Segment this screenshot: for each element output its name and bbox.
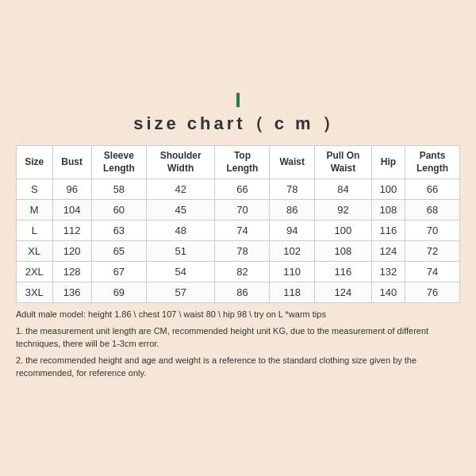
table-cell: 86: [215, 282, 270, 303]
table-cell: 120: [52, 241, 91, 262]
accent-line: [236, 93, 240, 107]
note-2: 2. the recommended height and age and we…: [16, 354, 460, 380]
table-cell: 100: [314, 221, 371, 241]
table-cell: 67: [91, 262, 146, 282]
table-cell: 116: [314, 262, 371, 282]
table-cell: 54: [146, 262, 215, 282]
col-waist: Waist: [270, 146, 315, 179]
table-cell: 108: [371, 200, 405, 221]
table-cell: 140: [371, 282, 405, 303]
table-cell: 124: [371, 241, 405, 262]
table-cell: 124: [314, 282, 371, 303]
table-cell: 136: [52, 282, 91, 303]
table-cell: 70: [215, 200, 270, 221]
table-cell: 84: [314, 179, 371, 200]
table-cell: 100: [371, 179, 405, 200]
table-cell: 102: [270, 241, 315, 262]
table-cell: XL: [17, 241, 53, 262]
table-row: 2XL12867548211011613274: [17, 262, 460, 282]
table-cell: 104: [52, 200, 91, 221]
table-cell: 48: [146, 221, 215, 241]
table-cell: 2XL: [17, 262, 53, 282]
col-top: TopLength: [215, 146, 270, 179]
table-cell: 76: [405, 282, 459, 303]
col-shoulder: ShoulderWidth: [146, 146, 215, 179]
table-cell: 78: [270, 179, 315, 200]
table-cell: 60: [91, 200, 146, 221]
table-cell: 51: [146, 241, 215, 262]
table-cell: 45: [146, 200, 215, 221]
note-1: 1. the measurement unit length are CM, r…: [16, 324, 460, 351]
table-cell: L: [17, 221, 53, 241]
table-cell: 118: [270, 282, 315, 303]
note-model: Adult male model: height 1.86 \ chest 10…: [16, 308, 460, 321]
table-cell: 86: [270, 200, 315, 221]
table-cell: 92: [314, 200, 371, 221]
size-chart-container: size chart（ c m ） Size Bust SleeveLength…: [8, 85, 468, 391]
col-sleeve: SleeveLength: [91, 146, 146, 179]
notes-section: Adult male model: height 1.86 \ chest 10…: [16, 308, 460, 380]
chart-title: size chart（ c m ）: [16, 112, 460, 136]
table-cell: 94: [270, 221, 315, 241]
table-cell: 110: [270, 262, 315, 282]
table-cell: 63: [91, 221, 146, 241]
table-row: M104604570869210868: [17, 200, 460, 221]
table-cell: 74: [405, 262, 459, 282]
table-cell: 69: [91, 282, 146, 303]
col-size: Size: [17, 146, 53, 179]
table-row: XL12065517810210812472: [17, 241, 460, 262]
table-cell: 112: [52, 221, 91, 241]
table-cell: 108: [314, 241, 371, 262]
table-cell: 66: [405, 179, 459, 200]
table-cell: 78: [215, 241, 270, 262]
table-row: S96584266788410066: [17, 179, 460, 200]
table-cell: 72: [405, 241, 459, 262]
table-row: L1126348749410011670: [17, 221, 460, 241]
table-cell: M: [17, 200, 53, 221]
table-cell: 74: [215, 221, 270, 241]
table-cell: 3XL: [17, 282, 53, 303]
col-hip: Hip: [371, 146, 405, 179]
table-cell: 42: [146, 179, 215, 200]
table-cell: 68: [405, 200, 459, 221]
table-cell: 70: [405, 221, 459, 241]
table-cell: 82: [215, 262, 270, 282]
col-pullon: Pull OnWaist: [314, 146, 371, 179]
table-cell: 57: [146, 282, 215, 303]
table-row: 3XL13669578611812414076: [17, 282, 460, 303]
table-cell: 58: [91, 179, 146, 200]
size-table: Size Bust SleeveLength ShoulderWidth Top…: [16, 145, 460, 303]
table-cell: 132: [371, 262, 405, 282]
col-pants: PantsLength: [405, 146, 459, 179]
table-cell: 65: [91, 241, 146, 262]
table-cell: 116: [371, 221, 405, 241]
table-cell: 128: [52, 262, 91, 282]
table-cell: 96: [52, 179, 91, 200]
col-bust: Bust: [52, 146, 91, 179]
table-cell: 66: [215, 179, 270, 200]
table-header-row: Size Bust SleeveLength ShoulderWidth Top…: [17, 146, 460, 179]
table-cell: S: [17, 179, 53, 200]
